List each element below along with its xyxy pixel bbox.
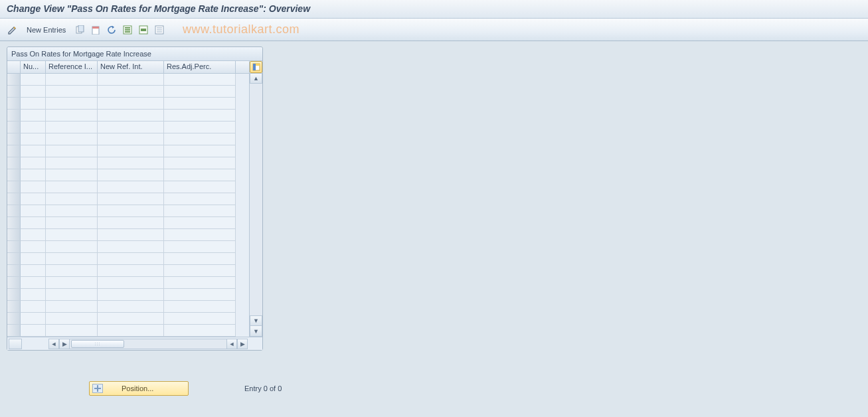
- table-cell[interactable]: [46, 325, 98, 337]
- table-cell[interactable]: [98, 313, 164, 325]
- table-cell[interactable]: [98, 133, 164, 145]
- table-cell[interactable]: [21, 277, 46, 289]
- scroll-up-button[interactable]: ▲: [250, 73, 262, 84]
- row-selector[interactable]: [7, 313, 21, 325]
- table-cell[interactable]: [46, 110, 98, 122]
- select-block-icon[interactable]: [137, 24, 149, 36]
- table-cell[interactable]: [164, 193, 236, 205]
- column-header-reference-interest[interactable]: Reference I...: [46, 61, 98, 73]
- table-cell[interactable]: [98, 205, 164, 217]
- table-cell[interactable]: [164, 74, 236, 86]
- table-cell[interactable]: [98, 241, 164, 253]
- deselect-all-icon[interactable]: [153, 24, 165, 36]
- table-cell[interactable]: [98, 181, 164, 193]
- table-cell[interactable]: [21, 205, 46, 217]
- row-selector[interactable]: [7, 181, 21, 193]
- table-cell[interactable]: [98, 289, 164, 301]
- table-cell[interactable]: [21, 181, 46, 193]
- table-cell[interactable]: [21, 313, 46, 325]
- table-cell[interactable]: [21, 122, 46, 133]
- table-cell[interactable]: [98, 217, 164, 229]
- table-cell[interactable]: [164, 122, 236, 133]
- table-cell[interactable]: [98, 98, 164, 110]
- table-cell[interactable]: [21, 157, 46, 169]
- table-cell[interactable]: [21, 193, 46, 205]
- table-cell[interactable]: [98, 229, 164, 241]
- position-button[interactable]: Position...: [89, 381, 189, 396]
- table-cell[interactable]: [98, 122, 164, 133]
- row-selector[interactable]: [7, 98, 21, 110]
- row-selector[interactable]: [7, 265, 21, 277]
- table-cell[interactable]: [21, 289, 46, 301]
- table-cell[interactable]: [46, 122, 98, 133]
- table-cell[interactable]: [21, 98, 46, 110]
- row-selector[interactable]: [7, 241, 21, 253]
- scroll-right-button[interactable]: ◄: [226, 339, 237, 349]
- table-cell[interactable]: [98, 110, 164, 122]
- row-selector[interactable]: [7, 157, 21, 169]
- table-cell[interactable]: [98, 253, 164, 265]
- table-cell[interactable]: [98, 277, 164, 289]
- table-cell[interactable]: [21, 325, 46, 337]
- table-cell[interactable]: [164, 133, 236, 145]
- new-entries-button[interactable]: New Entries: [23, 25, 70, 35]
- table-cell[interactable]: [164, 277, 236, 289]
- table-cell[interactable]: [164, 217, 236, 229]
- table-cell[interactable]: [46, 229, 98, 241]
- table-cell[interactable]: [98, 301, 164, 313]
- table-cell[interactable]: [46, 301, 98, 313]
- undo-change-icon[interactable]: [106, 24, 118, 36]
- row-selector[interactable]: [7, 217, 21, 229]
- table-cell[interactable]: [98, 265, 164, 277]
- table-cell[interactable]: [46, 253, 98, 265]
- table-cell[interactable]: [164, 98, 236, 110]
- table-cell[interactable]: [21, 253, 46, 265]
- table-cell[interactable]: [98, 193, 164, 205]
- table-cell[interactable]: [46, 241, 98, 253]
- table-cell[interactable]: [46, 193, 98, 205]
- scroll-down-button[interactable]: ▼: [250, 315, 262, 326]
- table-cell[interactable]: [21, 74, 46, 86]
- row-selector[interactable]: [7, 193, 21, 205]
- column-header-number[interactable]: Nu...: [21, 61, 46, 73]
- table-cell[interactable]: [21, 301, 46, 313]
- row-selector[interactable]: [7, 110, 21, 122]
- row-selector[interactable]: [7, 289, 21, 301]
- row-selector[interactable]: [7, 74, 21, 86]
- table-cell[interactable]: [98, 169, 164, 181]
- table-cell[interactable]: [21, 229, 46, 241]
- row-selector[interactable]: [7, 277, 21, 289]
- table-cell[interactable]: [164, 86, 236, 98]
- table-cell[interactable]: [164, 253, 236, 265]
- row-selector[interactable]: [7, 145, 21, 157]
- table-cell[interactable]: [164, 325, 236, 337]
- row-selector[interactable]: [7, 229, 21, 241]
- table-cell[interactable]: [164, 157, 236, 169]
- table-cell[interactable]: [46, 313, 98, 325]
- column-header-res-adj-perc[interactable]: Res.Adj.Perc.: [164, 61, 236, 73]
- table-cell[interactable]: [21, 217, 46, 229]
- table-cell[interactable]: [46, 277, 98, 289]
- table-cell[interactable]: [46, 157, 98, 169]
- row-selector[interactable]: [7, 122, 21, 133]
- table-settings-button[interactable]: [250, 61, 262, 73]
- table-cell[interactable]: [46, 217, 98, 229]
- row-selector[interactable]: [7, 169, 21, 181]
- table-cell[interactable]: [46, 133, 98, 145]
- table-cell[interactable]: [46, 265, 98, 277]
- table-cell[interactable]: [164, 265, 236, 277]
- table-cell[interactable]: [46, 205, 98, 217]
- table-cell[interactable]: [164, 289, 236, 301]
- table-cell[interactable]: [21, 133, 46, 145]
- table-cell[interactable]: [21, 241, 46, 253]
- table-cell[interactable]: [98, 86, 164, 98]
- vertical-scrollbar-track[interactable]: [250, 84, 262, 315]
- row-selector[interactable]: [7, 253, 21, 265]
- table-cell[interactable]: [46, 181, 98, 193]
- table-cell[interactable]: [164, 241, 236, 253]
- row-selector[interactable]: [7, 205, 21, 217]
- table-cell[interactable]: [98, 157, 164, 169]
- row-selector[interactable]: [7, 133, 21, 145]
- copy-as-icon[interactable]: [74, 24, 86, 36]
- table-cell[interactable]: [98, 74, 164, 86]
